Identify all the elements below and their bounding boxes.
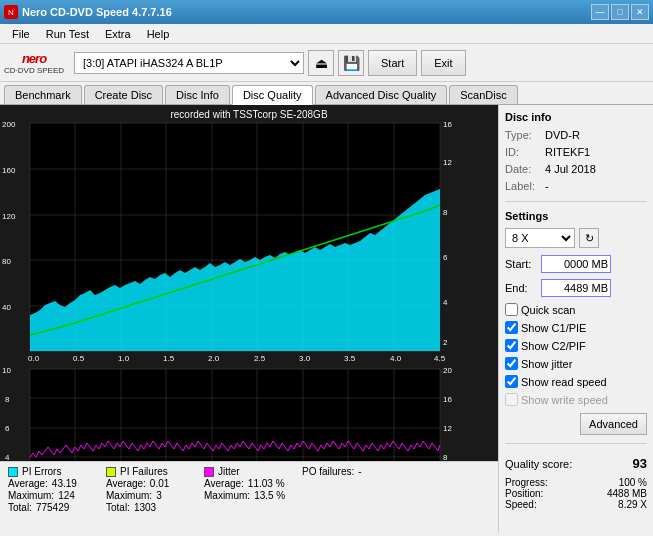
pi-errors-stats: PI Errors Average: 43.19 Maximum: 124 To… xyxy=(8,466,98,529)
show-write-speed-checkbox xyxy=(505,393,518,406)
tab-benchmark[interactable]: Benchmark xyxy=(4,85,82,104)
menu-run-test[interactable]: Run Test xyxy=(38,26,97,42)
end-input[interactable] xyxy=(541,279,611,297)
svg-text:40: 40 xyxy=(2,303,11,312)
svg-text:0.0: 0.0 xyxy=(28,354,40,363)
pi-failures-header: PI Failures xyxy=(106,466,196,477)
menu-file[interactable]: File xyxy=(4,26,38,42)
save-button[interactable]: 💾 xyxy=(338,50,364,76)
pi-errors-avg: Average: 43.19 xyxy=(8,478,98,489)
show-c2pif-checkbox[interactable] xyxy=(505,339,518,352)
tab-create-disc[interactable]: Create Disc xyxy=(84,85,163,104)
disc-type-value: DVD-R xyxy=(545,129,580,141)
speed-select[interactable]: 8 X xyxy=(505,228,575,248)
show-c1pie-checkbox[interactable] xyxy=(505,321,518,334)
tab-disc-quality[interactable]: Disc Quality xyxy=(232,85,313,105)
jitter-avg: Average: 11.03 % xyxy=(204,478,294,489)
jitter-color xyxy=(204,467,214,477)
speed-label: Speed: xyxy=(505,499,537,510)
quick-scan-checkbox[interactable] xyxy=(505,303,518,316)
right-panel: Disc info Type: DVD-R ID: RITEKF1 Date: … xyxy=(498,105,653,533)
svg-text:80: 80 xyxy=(2,257,11,266)
show-write-speed-label: Show write speed xyxy=(521,394,608,406)
tab-advanced-disc-quality[interactable]: Advanced Disc Quality xyxy=(315,85,448,104)
main-content: recorded with TSSTcorp SE-208GB xyxy=(0,105,653,533)
disc-type-label: Type: xyxy=(505,129,541,141)
advanced-button[interactable]: Advanced xyxy=(580,413,647,435)
progress-row: Progress: 100 % xyxy=(505,477,647,488)
pi-failures-avg: Average: 0.01 xyxy=(106,478,196,489)
speed-settings-row: 8 X ↻ xyxy=(505,228,647,248)
eject-button[interactable]: ⏏ xyxy=(308,50,334,76)
disc-info-title: Disc info xyxy=(505,111,647,123)
pi-errors-max: Maximum: 124 xyxy=(8,490,98,501)
show-c1pie-row: Show C1/PIE xyxy=(505,321,647,334)
jitter-stats: Jitter Average: 11.03 % Maximum: 13.5 % xyxy=(204,466,294,529)
svg-text:2: 2 xyxy=(443,338,448,347)
quality-score-value: 93 xyxy=(633,456,647,471)
menu-bar: File Run Test Extra Help xyxy=(0,24,653,44)
progress-value: 100 % xyxy=(619,477,647,488)
title-bar-buttons: — □ ✕ xyxy=(591,4,649,20)
speed-row: Speed: 8.29 X xyxy=(505,499,647,510)
svg-text:0.5: 0.5 xyxy=(73,354,85,363)
svg-text:4: 4 xyxy=(5,453,10,461)
svg-text:8: 8 xyxy=(443,208,448,217)
menu-help[interactable]: Help xyxy=(139,26,178,42)
show-write-speed-row: Show write speed xyxy=(505,393,647,406)
show-jitter-label: Show jitter xyxy=(521,358,572,370)
svg-text:8: 8 xyxy=(5,395,10,404)
refresh-button[interactable]: ↻ xyxy=(579,228,599,248)
pi-errors-header: PI Errors xyxy=(8,466,98,477)
progress-section: Progress: 100 % Position: 4488 MB Speed:… xyxy=(505,477,647,510)
maximize-button[interactable]: □ xyxy=(611,4,629,20)
position-label: Position: xyxy=(505,488,543,499)
svg-text:4: 4 xyxy=(443,298,448,307)
drive-select[interactable]: [3:0] ATAPI iHAS324 A BL1P xyxy=(74,52,304,74)
nero-logo: nero CD·DVD SPEED xyxy=(4,51,64,75)
jitter-header: Jitter xyxy=(204,466,294,477)
tab-scan-disc[interactable]: ScanDisc xyxy=(449,85,517,104)
svg-text:160: 160 xyxy=(2,166,16,175)
svg-text:120: 120 xyxy=(2,212,16,221)
minimize-button[interactable]: — xyxy=(591,4,609,20)
start-input[interactable] xyxy=(541,255,611,273)
end-field-row: End: xyxy=(505,279,647,297)
show-jitter-checkbox[interactable] xyxy=(505,357,518,370)
close-button[interactable]: ✕ xyxy=(631,4,649,20)
tabs-bar: Benchmark Create Disc Disc Info Disc Qua… xyxy=(0,82,653,105)
po-failures-stats: PO failures: - xyxy=(302,466,392,529)
quick-scan-row: Quick scan xyxy=(505,303,647,316)
nero-logo-text: nero xyxy=(22,51,46,66)
chart-svg: 200 160 120 80 40 16 12 8 6 4 2 0.0 0.5 … xyxy=(0,105,498,461)
svg-text:12: 12 xyxy=(443,424,452,433)
settings-title: Settings xyxy=(505,210,647,222)
position-value: 4488 MB xyxy=(607,488,647,499)
quick-scan-label: Quick scan xyxy=(521,304,575,316)
speed-value: 8.29 X xyxy=(618,499,647,510)
tab-disc-info[interactable]: Disc Info xyxy=(165,85,230,104)
pi-failures-color xyxy=(106,467,116,477)
end-label: End: xyxy=(505,282,537,294)
start-button[interactable]: Start xyxy=(368,50,417,76)
svg-text:200: 200 xyxy=(2,120,16,129)
disc-label-label: Label: xyxy=(505,180,541,192)
menu-extra[interactable]: Extra xyxy=(97,26,139,42)
show-jitter-row: Show jitter xyxy=(505,357,647,370)
pi-errors-total: Total: 775429 xyxy=(8,502,98,513)
nero-logo-sub: CD·DVD SPEED xyxy=(4,66,64,75)
disc-date-label: Date: xyxy=(505,163,541,175)
po-failures-row: PO failures: - xyxy=(302,466,392,477)
pi-errors-label: PI Errors xyxy=(22,466,61,477)
svg-text:10: 10 xyxy=(2,366,11,375)
show-read-speed-label: Show read speed xyxy=(521,376,607,388)
show-c2pif-row: Show C2/PIF xyxy=(505,339,647,352)
exit-button[interactable]: Exit xyxy=(421,50,465,76)
disc-type-row: Type: DVD-R xyxy=(505,129,647,141)
pi-failures-label: PI Failures xyxy=(120,466,168,477)
svg-text:3.0: 3.0 xyxy=(299,354,311,363)
svg-text:3.5: 3.5 xyxy=(344,354,356,363)
disc-id-row: ID: RITEKF1 xyxy=(505,146,647,158)
toolbar: nero CD·DVD SPEED [3:0] ATAPI iHAS324 A … xyxy=(0,44,653,82)
show-read-speed-checkbox[interactable] xyxy=(505,375,518,388)
